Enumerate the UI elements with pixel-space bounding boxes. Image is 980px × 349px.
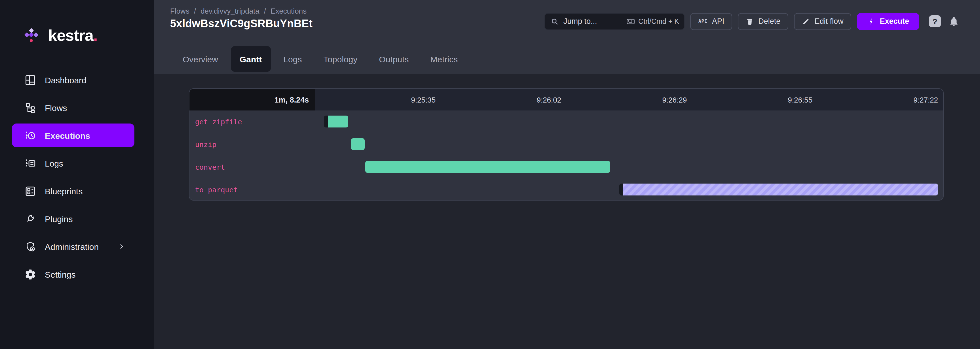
search-placeholder: Jump to... [563, 17, 626, 25]
sidebar-item-dashboard[interactable]: Dashboard [12, 68, 134, 92]
sidebar-item-blueprints[interactable]: Blueprints [12, 179, 134, 203]
tab-gantt[interactable]: Gantt [231, 46, 271, 72]
task-label[interactable]: convert [195, 163, 225, 171]
gantt-bar-get_zipfile-run[interactable] [328, 116, 348, 127]
sidebar-item-label: Blueprints [45, 186, 83, 196]
gantt-row-to_parquet: to_parquet [189, 178, 943, 201]
content-area: 1m, 8.24s 9:25:359:26:029:26:299:26:559:… [154, 74, 980, 349]
gantt-chart: 1m, 8.24s 9:25:359:26:029:26:299:26:559:… [189, 88, 944, 201]
gantt-header: 1m, 8.24s 9:25:359:26:029:26:299:26:559:… [189, 89, 943, 111]
dashboard-icon [24, 74, 36, 86]
gantt-tick: 9:26:29 [566, 89, 692, 111]
search-icon [551, 17, 559, 25]
sidebar-item-label: Dashboard [45, 75, 86, 85]
tab-overview[interactable]: Overview [173, 46, 227, 72]
keyboard-icon [626, 17, 635, 26]
notifications-bell-icon[interactable] [948, 16, 959, 27]
sidebar-item-label: Flows [45, 103, 67, 113]
top-header: Flows/dev.divvy_tripdata/Executions 5xld… [154, 0, 980, 43]
tab-outputs[interactable]: Outputs [370, 46, 418, 72]
task-label[interactable]: unzip [195, 140, 216, 149]
tab-logs[interactable]: Logs [274, 46, 311, 72]
breadcrumb-item[interactable]: Flows [170, 7, 189, 15]
search-shortcut: Ctrl/Cmd + K [626, 17, 679, 26]
gantt-row-convert: convert [189, 156, 943, 178]
sidebar-item-settings[interactable]: Settings [12, 262, 134, 286]
gantt-bar-unzip-run[interactable] [351, 138, 365, 150]
gantt-rows: get_zipfileunzipconvertto_parquet [189, 111, 943, 201]
sidebar-nav: DashboardFlowsExecutionsLogsBlueprintsPl… [0, 68, 154, 290]
kestra-logo[interactable]: kestra. [0, 0, 154, 52]
executions-icon [24, 130, 36, 141]
gantt-tick: 9:25:35 [315, 89, 441, 111]
tab-topology[interactable]: Topology [314, 46, 366, 72]
breadcrumb-item[interactable]: dev.divvy_tripdata [200, 7, 259, 15]
sidebar: kestra. DashboardFlowsExecutionsLogsBlue… [0, 0, 154, 349]
app-window: kestra. DashboardFlowsExecutionsLogsBlue… [0, 0, 980, 349]
api-chip-icon: API [698, 19, 708, 24]
gantt-row-get_zipfile: get_zipfile [189, 111, 943, 133]
flows-icon [24, 102, 36, 114]
gantt-bar-to_parquet-queued[interactable] [620, 184, 623, 195]
brand-dot: . [93, 27, 97, 44]
gantt-row-unzip: unzip [189, 133, 943, 156]
header-actions: Jump to... Ctrl/Cmd + K API API Delete [545, 0, 959, 43]
chevron-right-icon [118, 243, 125, 251]
edit-flow-button[interactable]: Edit flow [794, 13, 851, 30]
task-label[interactable]: get_zipfile [195, 117, 242, 126]
gantt-time-axis: 9:25:359:26:029:26:299:26:559:27:22 [315, 89, 943, 111]
sidebar-item-administration[interactable]: Administration [12, 235, 134, 259]
gantt-duration-label: 1m, 8.24s [189, 89, 315, 111]
trash-icon [746, 17, 754, 25]
gantt-tick: 9:26:55 [692, 89, 818, 111]
gantt-tick: 9:26:02 [441, 89, 566, 111]
main-area: Flows/dev.divvy_tripdata/Executions 5xld… [154, 0, 980, 349]
breadcrumb-separator: / [264, 7, 266, 15]
sidebar-item-label: Settings [45, 270, 75, 279]
sidebar-item-label: Plugins [45, 214, 73, 224]
plugins-icon [24, 213, 36, 225]
sidebar-item-executions[interactable]: Executions [12, 124, 134, 147]
help-icon[interactable]: ? [929, 15, 941, 27]
execute-button[interactable]: Execute [857, 13, 919, 30]
gantt-bar-to_parquet-run[interactable] [623, 184, 938, 195]
blueprints-icon [24, 185, 36, 197]
breadcrumb-separator: / [194, 7, 196, 15]
search-input[interactable]: Jump to... Ctrl/Cmd + K [545, 13, 685, 30]
settings-icon [24, 268, 36, 280]
delete-button[interactable]: Delete [738, 13, 788, 30]
sidebar-item-label: Executions [45, 131, 90, 140]
gantt-tick: 9:27:22 [818, 89, 943, 111]
kestra-logo-icon [23, 27, 40, 44]
sidebar-item-logs[interactable]: Logs [12, 151, 134, 175]
breadcrumb-item[interactable]: Executions [270, 7, 307, 15]
lightning-icon [867, 17, 875, 25]
pencil-icon [802, 17, 810, 25]
sidebar-item-flows[interactable]: Flows [12, 96, 134, 119]
tabs-bar: OverviewGanttLogsTopologyOutputsMetrics [154, 43, 980, 74]
gantt-bar-get_zipfile-queued[interactable] [324, 116, 328, 127]
sidebar-item-label: Administration [45, 242, 99, 251]
tab-metrics[interactable]: Metrics [422, 46, 467, 72]
gantt-bar-convert-run[interactable] [365, 161, 611, 173]
sidebar-item-label: Logs [45, 159, 63, 168]
task-label[interactable]: to_parquet [195, 186, 238, 194]
sidebar-item-plugins[interactable]: Plugins [12, 207, 134, 231]
logs-icon [24, 157, 36, 169]
api-button[interactable]: API API [690, 13, 732, 30]
brand-name: kestra. [48, 28, 97, 44]
administration-icon [24, 241, 36, 252]
